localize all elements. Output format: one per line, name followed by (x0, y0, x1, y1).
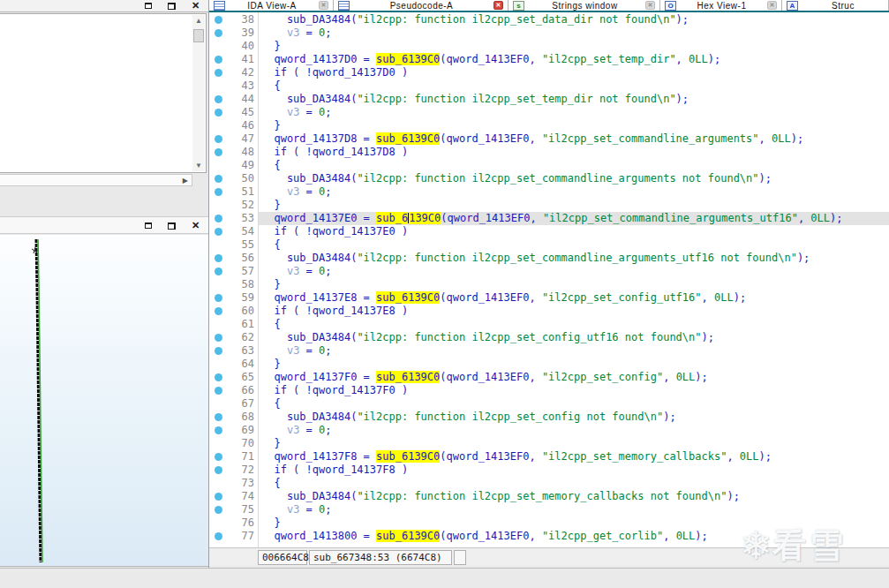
line-text: qword_14137D8 = sub_6139C0(qword_1413EF0… (261, 132, 803, 146)
tab-bar: IDA View-A✕Pseudocode-A✕sStrings window✕… (209, 0, 889, 12)
code-line[interactable]: 48 if ( !qword_14137D8 ) (209, 146, 889, 159)
vertical-scrollbar[interactable]: ▲ ▼ (192, 15, 205, 171)
code-line[interactable]: 74 sub_DA3484("il2cpp: function il2cpp_s… (209, 490, 889, 503)
code-line[interactable]: 71 qword_14137F8 = sub_6139C0(qword_1413… (209, 450, 889, 464)
restore-button[interactable] (166, 1, 177, 11)
line-number: 65 (209, 371, 254, 384)
code-line[interactable]: 66 if ( !qword_14137F0 ) (209, 384, 889, 397)
line-text: { (261, 318, 281, 331)
tab-close-icon[interactable]: ✕ (493, 1, 503, 10)
code-line[interactable]: 44 sub_DA3484("il2cpp: function il2cpp_s… (209, 93, 889, 106)
code-line[interactable]: 43 { (209, 79, 889, 93)
code-line[interactable]: 68 sub_DA3484("il2cpp: function il2cpp_s… (209, 411, 889, 424)
line-number: 44 (209, 93, 254, 106)
scrollbar-thumb[interactable] (193, 29, 204, 42)
close-button[interactable]: ✕ (190, 1, 201, 11)
tab-label: Pseudocode-A (354, 1, 489, 11)
tab-ida-view-a[interactable]: IDA View-A✕ (209, 0, 334, 11)
line-text: } (261, 278, 281, 291)
code-line[interactable]: 63 v3 = 0; (209, 344, 889, 358)
line-number: 40 (209, 40, 254, 53)
code-line[interactable]: 38 sub_DA3484("il2cpp: function il2cpp_s… (209, 13, 889, 26)
code-line[interactable]: 77 qword_1413800 = sub_6139C0(qword_1413… (209, 530, 889, 543)
tab-pseudocode-a[interactable]: Pseudocode-A✕ (334, 0, 509, 11)
line-text: v3 = 0; (261, 185, 332, 199)
graph-overview-panel[interactable] (0, 235, 208, 567)
code-line[interactable]: 59 qword_14137E8 = sub_6139C0(qword_1413… (209, 291, 889, 305)
code-line[interactable]: 49 { (209, 159, 889, 172)
code-line[interactable]: 41 qword_14137D0 = sub_6139C0(qword_1413… (209, 53, 889, 66)
code-line[interactable]: 75 v3 = 0; (209, 503, 889, 516)
line-number: 69 (209, 424, 254, 437)
horizontal-scrollbar[interactable]: ▶ (0, 174, 192, 186)
maximize-button[interactable] (142, 1, 154, 11)
code-line[interactable]: 50 sub_DA3484("il2cpp: function il2cpp_s… (209, 172, 889, 185)
line-number: 45 (209, 106, 254, 119)
maximize-button[interactable] (142, 221, 154, 230)
line-text: sub_DA3484("il2cpp: function il2cpp_set_… (261, 252, 810, 265)
tab-hex-view-1[interactable]: OHex View-1✕ (660, 0, 782, 11)
line-number: 67 (209, 397, 254, 411)
tab-close-icon[interactable]: ✕ (645, 1, 655, 10)
line-number: 72 (209, 464, 254, 477)
line-number: 64 (209, 358, 254, 371)
doc-icon (214, 1, 225, 11)
code-line[interactable]: 42 if ( !qword_14137D0 ) (209, 66, 889, 79)
code-line[interactable]: 55 { (209, 238, 889, 252)
code-line[interactable]: 72 if ( !qword_14137F8 ) (209, 464, 889, 477)
line-number: 62 (209, 331, 254, 344)
left-top-panel-header: ✕ (0, 0, 208, 12)
code-line[interactable]: 52 } (209, 199, 889, 212)
code-line[interactable]: 46 } (209, 119, 889, 132)
tab-close-icon[interactable]: ✕ (767, 1, 777, 10)
close-button[interactable]: ✕ (190, 221, 201, 230)
tab-label: Strings window (529, 1, 641, 11)
code-line[interactable]: 56 sub_DA3484("il2cpp: function il2cpp_s… (209, 252, 889, 265)
tab-strings-window[interactable]: sStrings window✕ (509, 0, 660, 11)
line-number: 68 (209, 411, 254, 424)
line-text: } (261, 40, 281, 53)
code-line[interactable]: 73 { (209, 477, 889, 490)
code-line-current[interactable]: 53 qword_14137E0 = sub_6139C0(qword_1413… (209, 212, 889, 225)
line-number: 42 (209, 66, 254, 79)
left-top-panel-buttons: ✕ (142, 1, 201, 11)
code-line[interactable]: 40 } (209, 40, 889, 53)
code-line[interactable]: 39 v3 = 0; (209, 26, 889, 40)
line-text: v3 = 0; (261, 26, 332, 40)
code-line[interactable]: 65 qword_14137F0 = sub_6139C0(qword_1413… (209, 371, 889, 384)
code-line[interactable]: 47 qword_14137D8 = sub_6139C0(qword_1413… (209, 132, 889, 146)
hex-icon: O (665, 1, 676, 11)
code-line[interactable]: 45 v3 = 0; (209, 106, 889, 119)
code-line[interactable]: 69 v3 = 0; (209, 424, 889, 437)
line-number: 49 (209, 159, 254, 172)
code-line[interactable]: 57 v3 = 0; (209, 265, 889, 278)
code-line[interactable]: 70 } (209, 437, 889, 450)
code-line[interactable]: 64 } (209, 358, 889, 371)
code-line[interactable]: 67 { (209, 397, 889, 411)
line-text: v3 = 0; (261, 265, 332, 278)
left-top-panel-content[interactable]: ▲ ▼ (0, 13, 207, 173)
restore-icon (168, 222, 176, 230)
code-line[interactable]: 62 sub_DA3484("il2cpp: function il2cpp_s… (209, 331, 889, 344)
tab-struc[interactable]: AStruc (782, 0, 889, 11)
scroll-down-icon[interactable]: ▼ (192, 160, 205, 171)
code-line[interactable]: 58 } (209, 278, 889, 291)
restore-icon (168, 3, 176, 10)
line-number: 43 (209, 79, 254, 93)
code-line[interactable]: 61 { (209, 318, 889, 331)
code-line[interactable]: 60 if ( !qword_14137E8 ) (209, 305, 889, 318)
code-line[interactable]: 54 if ( !qword_14137E0 ) (209, 225, 889, 238)
tab-close-icon[interactable]: ✕ (319, 1, 328, 10)
line-number: 70 (209, 437, 254, 450)
scroll-right-icon[interactable]: ▶ (183, 175, 188, 186)
code-line[interactable]: 76 } (209, 516, 889, 530)
code-line[interactable]: 51 v3 = 0; (209, 185, 889, 199)
line-number: 38 (209, 13, 254, 26)
pseudocode-view[interactable]: 38 sub_DA3484("il2cpp: function il2cpp_s… (209, 12, 889, 547)
line-text: sub_DA3484("il2cpp: function il2cpp_set_… (261, 411, 676, 424)
line-text: qword_14137F0 = sub_6139C0(qword_1413EF0… (261, 371, 708, 384)
scroll-up-icon[interactable]: ▲ (192, 15, 205, 26)
line-number: 46 (209, 119, 254, 132)
line-text: qword_14137E8 = sub_6139C0(qword_1413EF0… (261, 291, 746, 305)
restore-button[interactable] (166, 221, 177, 230)
